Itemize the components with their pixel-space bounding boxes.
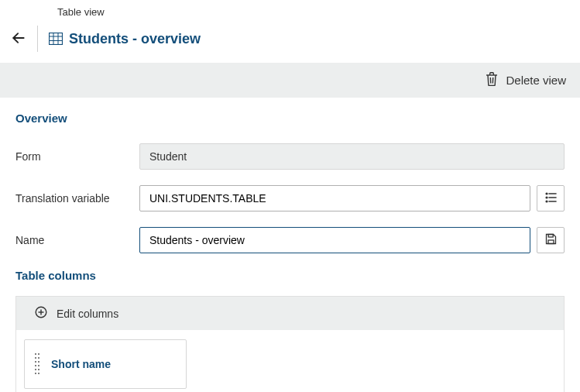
name-save-button[interactable]: [537, 227, 565, 253]
svg-point-10: [546, 197, 547, 198]
svg-point-12: [546, 201, 547, 202]
svg-point-8: [546, 193, 547, 194]
svg-point-23: [35, 361, 36, 363]
form-row-name: Name: [15, 227, 565, 253]
svg-point-21: [35, 357, 36, 359]
form-label: Form: [15, 150, 139, 163]
plus-circle-icon: [35, 306, 47, 321]
translation-list-button[interactable]: [537, 185, 565, 211]
page-title: Students - overview: [69, 31, 201, 47]
svg-point-29: [35, 373, 36, 374]
breadcrumb-label[interactable]: Table view: [57, 6, 105, 18]
back-button[interactable]: [11, 30, 26, 48]
action-bar: Delete view: [0, 63, 580, 98]
edit-columns-button[interactable]: Edit columns: [16, 297, 564, 330]
svg-point-24: [38, 361, 39, 363]
translation-label: Translation variable: [15, 192, 139, 205]
columns-panel: Edit columns Short name: [15, 296, 565, 392]
name-input[interactable]: [139, 227, 530, 253]
svg-rect-14: [548, 240, 554, 244]
save-icon: [545, 233, 557, 247]
columns-list: Short name: [16, 330, 564, 392]
svg-point-28: [38, 369, 39, 370]
svg-rect-1: [50, 33, 63, 45]
content: Overview Form Student Translation variab…: [0, 98, 580, 392]
svg-rect-15: [548, 235, 553, 238]
edit-columns-label: Edit columns: [57, 308, 118, 320]
column-chip-label: Short name: [51, 358, 111, 370]
svg-point-19: [35, 353, 36, 355]
table-icon: [49, 33, 63, 45]
title-bar: Students - overview: [0, 26, 580, 63]
trash-icon: [486, 72, 498, 88]
svg-point-25: [35, 365, 36, 366]
divider: [37, 26, 38, 52]
svg-point-20: [38, 353, 39, 355]
breadcrumb: Table view: [0, 0, 580, 26]
translation-input[interactable]: [139, 185, 530, 211]
page-title-wrap: Students - overview: [49, 31, 201, 47]
overview-section-title: Overview: [15, 112, 565, 125]
form-row-translation: Translation variable: [15, 185, 565, 211]
svg-point-26: [38, 365, 39, 366]
form-value: Student: [139, 143, 565, 170]
drag-handle-icon[interactable]: [34, 352, 40, 376]
svg-point-22: [38, 357, 39, 359]
table-columns-section-title: Table columns: [15, 269, 565, 282]
name-label: Name: [15, 234, 139, 246]
svg-point-27: [35, 369, 36, 370]
column-chip[interactable]: Short name: [24, 339, 187, 389]
svg-point-30: [38, 373, 39, 374]
delete-view-button[interactable]: Delete view: [486, 72, 566, 88]
list-icon: [545, 192, 557, 205]
delete-view-label: Delete view: [506, 74, 566, 87]
form-row-form: Form Student: [15, 143, 565, 170]
